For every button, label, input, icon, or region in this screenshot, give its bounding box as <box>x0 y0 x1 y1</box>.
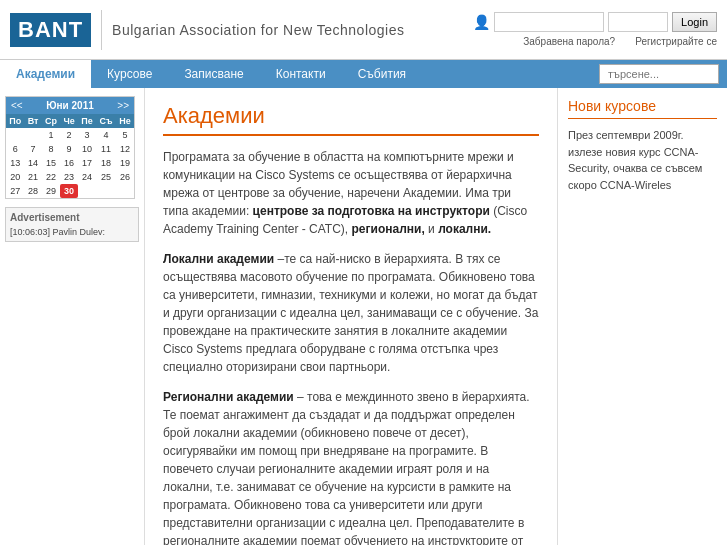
header-divider <box>101 10 102 50</box>
logo-area: BANT Bulgarian Association for New Techn… <box>10 10 404 50</box>
sidebar: << Юни 2011 >> ПоВтСрЧеПеСъНе 1234567891… <box>0 88 145 545</box>
calendar-day[interactable]: 28 <box>25 184 42 198</box>
right-column: Нови курсове През септември 2009г. излез… <box>557 88 727 545</box>
nav-item-kursove[interactable]: Курсове <box>91 60 168 88</box>
login-form: 👤 Login <box>473 12 717 32</box>
calendar-week-row: 20212223242526 <box>6 170 134 184</box>
nav-item-sabitiya[interactable]: Събития <box>342 60 422 88</box>
register-link[interactable]: Регистрирайте се <box>635 36 717 47</box>
cal-weekday: Пе <box>78 114 96 128</box>
calendar-day[interactable]: 27 <box>6 184 25 198</box>
site-title: Bulgarian Association for New Technologi… <box>112 22 404 38</box>
calendar-weekdays: ПоВтСрЧеПеСъНе <box>6 114 134 128</box>
local-body: –те са най-ниско в йерархията. В тях се … <box>163 252 538 374</box>
regional-academies-para: Регионални академии – това е междинното … <box>163 388 539 545</box>
calendar-day[interactable]: 30 <box>60 184 78 198</box>
content-wrapper: << Юни 2011 >> ПоВтСрЧеПеСъНе 1234567891… <box>0 88 727 545</box>
search-area <box>599 64 727 84</box>
calendar-day[interactable]: 22 <box>42 170 61 184</box>
calendar-day[interactable]: 20 <box>6 170 25 184</box>
calendar-week-row: 27282930 <box>6 184 134 198</box>
calendar-day[interactable]: 1 <box>42 128 61 142</box>
calendar-day[interactable]: 18 <box>96 156 116 170</box>
calendar-day[interactable]: 11 <box>96 142 116 156</box>
calendar-day[interactable]: 25 <box>96 170 116 184</box>
search-input[interactable] <box>599 64 719 84</box>
logo: BANT <box>10 13 91 47</box>
calendar-day[interactable]: 13 <box>6 156 25 170</box>
calendar-day[interactable]: 21 <box>25 170 42 184</box>
cal-weekday: Че <box>60 114 78 128</box>
calendar-day[interactable]: 2 <box>60 128 78 142</box>
calendar-day <box>6 128 25 142</box>
calendar-day[interactable]: 16 <box>60 156 78 170</box>
page-heading: Академии <box>163 103 539 136</box>
calendar-body: 1234567891011121314151617181920212223242… <box>6 128 134 198</box>
calendar-day[interactable]: 8 <box>42 142 61 156</box>
calendar-day[interactable]: 3 <box>78 128 96 142</box>
calendar-day[interactable]: 12 <box>116 142 134 156</box>
cal-weekday: Не <box>116 114 134 128</box>
right-text: През септември 2009г. излезе новия курс … <box>568 127 717 193</box>
right-heading: Нови курсове <box>568 98 717 119</box>
intro-bold-1: центрове за подготовка на инструктори <box>253 204 490 218</box>
cal-prev[interactable]: << <box>6 100 28 111</box>
login-links: Забравена парола? Регистрирайте се <box>523 36 717 47</box>
calendar-header: << Юни 2011 >> <box>6 97 134 114</box>
main-content: Академии Програмата за обучение в област… <box>145 88 557 545</box>
calendar-day <box>78 184 96 198</box>
calendar-day[interactable]: 14 <box>25 156 42 170</box>
calendar: << Юни 2011 >> ПоВтСрЧеПеСъНе 1234567891… <box>5 96 135 199</box>
calendar-day[interactable]: 5 <box>116 128 134 142</box>
calendar-week-row: 13141516171819 <box>6 156 134 170</box>
nav-item-zapisvane[interactable]: Записване <box>168 60 259 88</box>
cal-weekday: Вт <box>25 114 42 128</box>
advertisement-box: Advertisement [10:06:03] Pavlin Dulev: <box>5 207 139 242</box>
cal-next[interactable]: >> <box>112 100 134 111</box>
calendar-day <box>96 184 116 198</box>
calendar-day[interactable]: 7 <box>25 142 42 156</box>
regional-body: – това е междинното звено в йерархията. … <box>163 390 530 545</box>
password-input[interactable] <box>608 12 668 32</box>
cal-weekday: Ср <box>42 114 61 128</box>
navigation: Академии Курсове Записване Контакти Съби… <box>0 60 727 88</box>
calendar-week-row: 12345 <box>6 128 134 142</box>
calendar-day[interactable]: 26 <box>116 170 134 184</box>
calendar-day[interactable]: 9 <box>60 142 78 156</box>
calendar-day[interactable]: 17 <box>78 156 96 170</box>
calendar-day[interactable]: 6 <box>6 142 25 156</box>
local-academies-para: Локални академии –те са най-ниско в йера… <box>163 250 539 376</box>
calendar-day <box>25 128 42 142</box>
username-input[interactable] <box>494 12 604 32</box>
login-area: 👤 Login Забравена парола? Регистрирайте … <box>473 12 717 47</box>
ad-title: Advertisement <box>10 212 134 223</box>
intro-bold-3: локални. <box>438 222 491 236</box>
login-button[interactable]: Login <box>672 12 717 32</box>
intro-end: и <box>428 222 435 236</box>
intro-bold-2: регионални, <box>352 222 425 236</box>
cal-weekday: По <box>6 114 25 128</box>
calendar-day[interactable]: 24 <box>78 170 96 184</box>
cal-weekday: Съ <box>96 114 116 128</box>
calendar-table: ПоВтСрЧеПеСъНе 1234567891011121314151617… <box>6 114 134 198</box>
calendar-week-row: 6789101112 <box>6 142 134 156</box>
nav-item-kontakti[interactable]: Контакти <box>260 60 342 88</box>
nav-item-academii[interactable]: Академии <box>0 60 91 88</box>
calendar-day[interactable]: 23 <box>60 170 78 184</box>
calendar-day <box>116 184 134 198</box>
calendar-day[interactable]: 4 <box>96 128 116 142</box>
calendar-day[interactable]: 29 <box>42 184 61 198</box>
intro-paragraph: Програмата за обучение в областта на ком… <box>163 148 539 238</box>
calendar-day[interactable]: 10 <box>78 142 96 156</box>
local-title: Локални академии <box>163 252 274 266</box>
cal-title: Юни 2011 <box>41 100 99 111</box>
calendar-day[interactable]: 15 <box>42 156 61 170</box>
calendar-day[interactable]: 19 <box>116 156 134 170</box>
regional-title: Регионални академии <box>163 390 294 404</box>
forgot-password-link[interactable]: Забравена парола? <box>523 36 615 47</box>
header: BANT Bulgarian Association for New Techn… <box>0 0 727 60</box>
chat-entry: [10:06:03] Pavlin Dulev: <box>10 227 134 237</box>
user-icon: 👤 <box>473 14 490 30</box>
